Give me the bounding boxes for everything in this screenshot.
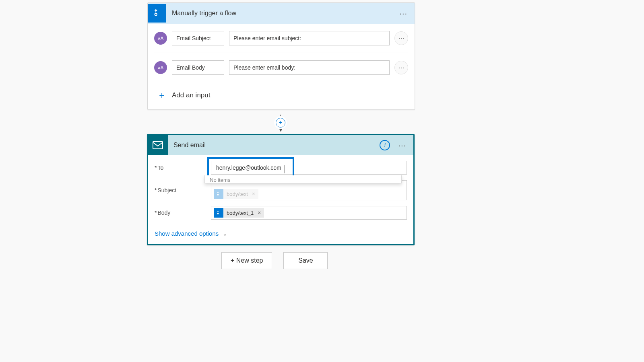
save-button[interactable]: Save [283, 252, 328, 269]
dropdown-text: No items [210, 177, 230, 183]
to-value: henry.legge@outlook.com [214, 165, 281, 171]
suggestion-dropdown[interactable]: No items [204, 175, 402, 183]
token-icon [214, 189, 223, 199]
trigger-card: Manually trigger a flow ··· ᴀA ··· ᴀA ··… [147, 2, 415, 110]
body-input[interactable]: body/text_1 × [211, 206, 407, 220]
token-remove-icon[interactable]: × [252, 191, 255, 197]
text-caret-icon [285, 165, 285, 173]
trigger-title: Manually trigger a flow [172, 10, 236, 17]
send-email-card: Send email i ··· *To henry.legge@outlook… [147, 134, 415, 245]
token-label: body/text_1 [227, 210, 254, 216]
trigger-menu-icon[interactable]: ··· [397, 7, 410, 20]
trigger-inputs: ᴀA ··· ᴀA ··· [148, 24, 415, 82]
add-input-label: Add an input [172, 91, 210, 99]
input-menu-button[interactable]: ··· [394, 31, 408, 45]
subject-label: *Subject [155, 187, 211, 193]
text-type-icon: ᴀA [154, 61, 167, 74]
input-prompt-field[interactable] [229, 60, 390, 75]
info-icon[interactable]: i [380, 140, 390, 150]
to-input[interactable]: henry.legge@outlook.com [211, 161, 407, 175]
input-prompt-field[interactable] [229, 31, 390, 45]
email-header[interactable]: Send email i ··· [148, 135, 413, 155]
chevron-down-icon: ⌄ [223, 230, 227, 237]
to-row: *To henry.legge@outlook.com [155, 161, 407, 175]
text-type-icon: ᴀA [154, 32, 167, 45]
bottom-button-bar: + New step Save [221, 252, 328, 269]
mail-icon [148, 135, 168, 155]
email-menu-icon[interactable]: ··· [396, 139, 409, 152]
insert-step-button[interactable]: + [276, 118, 285, 128]
svg-point-1 [155, 14, 157, 15]
input-name-field[interactable] [172, 60, 224, 75]
plus-icon: ＋ [157, 89, 166, 101]
to-label: *To [155, 165, 211, 171]
trigger-input-row: ᴀA ··· [154, 24, 408, 53]
token-label: body/text [227, 191, 248, 197]
show-advanced-options[interactable]: Show advanced options ⌄ [148, 227, 413, 244]
trigger-input-row: ᴀA ··· [154, 53, 408, 82]
svg-point-3 [217, 194, 219, 195]
trigger-icon [148, 4, 166, 23]
subject-token[interactable]: body/text × [214, 189, 258, 199]
connector: + ▾ [278, 115, 283, 134]
new-step-button[interactable]: + New step [221, 252, 272, 269]
token-icon [214, 208, 223, 218]
arrow-down-icon: ▾ [279, 127, 282, 133]
input-name-field[interactable] [172, 31, 224, 45]
advanced-label: Show advanced options [155, 230, 219, 237]
trigger-header[interactable]: Manually trigger a flow ··· [148, 3, 415, 24]
email-title: Send email [173, 142, 206, 149]
email-body-area: *To henry.legge@outlook.com No items *Su… [148, 155, 413, 227]
body-row: *Body body/text_1 × [155, 206, 407, 220]
body-token[interactable]: body/text_1 × [214, 208, 264, 218]
body-label: *Body [155, 210, 211, 216]
token-remove-icon[interactable]: × [258, 210, 261, 216]
input-menu-button[interactable]: ··· [394, 61, 408, 74]
svg-point-4 [217, 213, 219, 214]
svg-rect-2 [153, 142, 163, 149]
add-input-button[interactable]: ＋ Add an input [148, 82, 415, 109]
